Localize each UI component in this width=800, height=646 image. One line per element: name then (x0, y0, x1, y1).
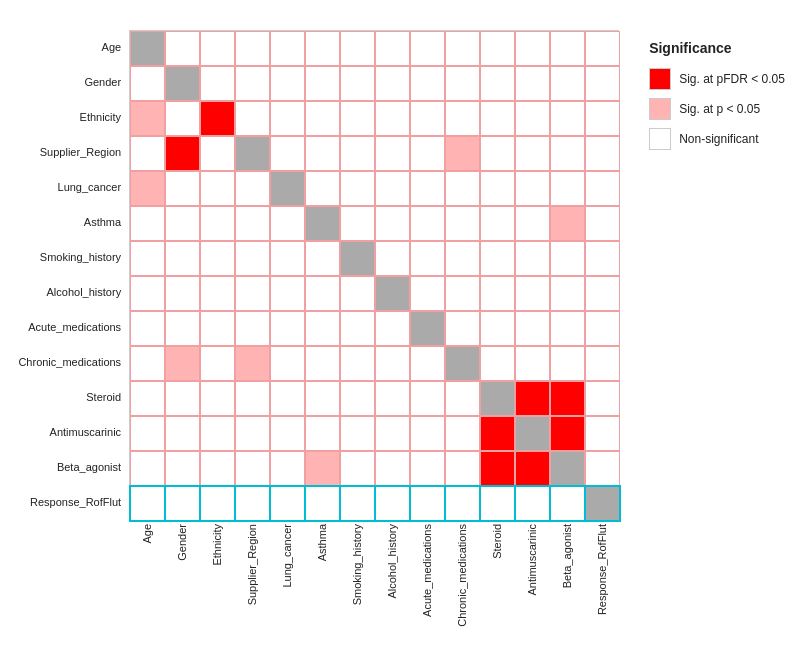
cell-5-5 (305, 206, 340, 241)
cell-2-3 (235, 101, 270, 136)
cell-11-11 (515, 416, 550, 451)
cell-7-10 (480, 276, 515, 311)
y-label-12: Beta_agonist (15, 450, 125, 485)
cell-6-13 (585, 241, 620, 276)
cell-9-10 (480, 346, 515, 381)
cell-10-10 (480, 381, 515, 416)
cell-4-6 (340, 171, 375, 206)
cell-0-8 (410, 31, 445, 66)
cell-12-11 (515, 451, 550, 486)
x-label-1: Gender (176, 524, 188, 561)
x-label-12: Beta_agonist (561, 524, 573, 588)
cell-6-6 (340, 241, 375, 276)
cell-2-5 (305, 101, 340, 136)
x-label-7: Alcohol_history (386, 524, 398, 599)
cell-1-13 (585, 66, 620, 101)
cell-13-5 (305, 486, 340, 521)
cell-1-10 (480, 66, 515, 101)
x-label-wrapper-10: Steroid (479, 524, 514, 627)
cell-7-3 (235, 276, 270, 311)
grid-and-xlabels: AgeGenderEthnicitySupplier_RegionLung_ca… (129, 30, 619, 627)
cell-13-8 (410, 486, 445, 521)
cell-7-7 (375, 276, 410, 311)
cell-11-10 (480, 416, 515, 451)
cell-8-7 (375, 311, 410, 346)
cell-12-13 (585, 451, 620, 486)
cell-3-4 (270, 136, 305, 171)
cell-3-2 (200, 136, 235, 171)
cell-11-0 (130, 416, 165, 451)
cell-4-8 (410, 171, 445, 206)
x-label-wrapper-5: Asthma (304, 524, 339, 627)
cell-7-0 (130, 276, 165, 311)
cell-1-8 (410, 66, 445, 101)
cell-11-13 (585, 416, 620, 451)
cell-12-8 (410, 451, 445, 486)
x-label-wrapper-3: Supplier_Region (234, 524, 269, 627)
cell-8-12 (550, 311, 585, 346)
cell-12-0 (130, 451, 165, 486)
cell-10-11 (515, 381, 550, 416)
cell-2-7 (375, 101, 410, 136)
cell-13-13 (585, 486, 620, 521)
legend-box-1 (649, 98, 671, 120)
cell-9-11 (515, 346, 550, 381)
legend-items: Sig. at pFDR < 0.05Sig. at p < 0.05Non-s… (649, 68, 785, 158)
cell-2-6 (340, 101, 375, 136)
cell-6-8 (410, 241, 445, 276)
cell-3-3 (235, 136, 270, 171)
cell-8-3 (235, 311, 270, 346)
cell-0-4 (270, 31, 305, 66)
cell-12-2 (200, 451, 235, 486)
cell-2-9 (445, 101, 480, 136)
x-label-wrapper-4: Lung_cancer (269, 524, 304, 627)
cell-13-9 (445, 486, 480, 521)
x-label-wrapper-7: Alcohol_history (374, 524, 409, 627)
cell-5-9 (445, 206, 480, 241)
cell-11-7 (375, 416, 410, 451)
legend: Significance Sig. at pFDR < 0.05Sig. at … (649, 30, 785, 158)
y-label-1: Gender (15, 65, 125, 100)
cell-3-6 (340, 136, 375, 171)
y-label-13: Response_RofFlut (15, 485, 125, 520)
cell-7-1 (165, 276, 200, 311)
cell-11-3 (235, 416, 270, 451)
legend-label-1: Sig. at p < 0.05 (679, 102, 760, 116)
cell-5-1 (165, 206, 200, 241)
cell-9-9 (445, 346, 480, 381)
y-label-0: Age (15, 30, 125, 65)
cell-0-0 (130, 31, 165, 66)
cell-6-5 (305, 241, 340, 276)
cell-12-5 (305, 451, 340, 486)
cell-12-3 (235, 451, 270, 486)
cell-9-5 (305, 346, 340, 381)
cell-11-1 (165, 416, 200, 451)
cell-4-0 (130, 171, 165, 206)
cell-10-4 (270, 381, 305, 416)
cell-11-6 (340, 416, 375, 451)
cell-10-5 (305, 381, 340, 416)
cell-2-1 (165, 101, 200, 136)
cell-12-4 (270, 451, 305, 486)
cell-10-13 (585, 381, 620, 416)
x-label-5: Asthma (316, 524, 328, 561)
cell-12-6 (340, 451, 375, 486)
cell-1-12 (550, 66, 585, 101)
cell-2-4 (270, 101, 305, 136)
cell-8-9 (445, 311, 480, 346)
x-label-0: Age (141, 524, 153, 544)
matrix-area: AgeGenderEthnicitySupplier_RegionLung_ca… (15, 30, 619, 627)
cell-5-10 (480, 206, 515, 241)
cell-9-2 (200, 346, 235, 381)
cell-9-12 (550, 346, 585, 381)
cell-4-7 (375, 171, 410, 206)
cell-12-7 (375, 451, 410, 486)
cell-12-1 (165, 451, 200, 486)
cell-4-12 (550, 171, 585, 206)
x-label-wrapper-2: Ethnicity (199, 524, 234, 627)
cell-8-2 (200, 311, 235, 346)
cell-5-6 (340, 206, 375, 241)
cell-0-11 (515, 31, 550, 66)
cell-6-1 (165, 241, 200, 276)
cell-9-6 (340, 346, 375, 381)
